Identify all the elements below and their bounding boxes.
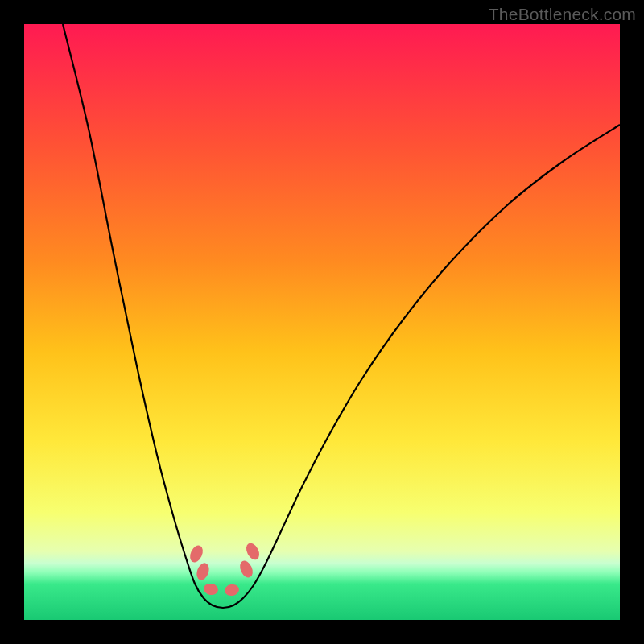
watermark-text: TheBottleneck.com	[489, 5, 636, 24]
chart-background	[24, 24, 620, 620]
chart-frame	[24, 24, 620, 620]
chart-canvas	[24, 24, 620, 620]
